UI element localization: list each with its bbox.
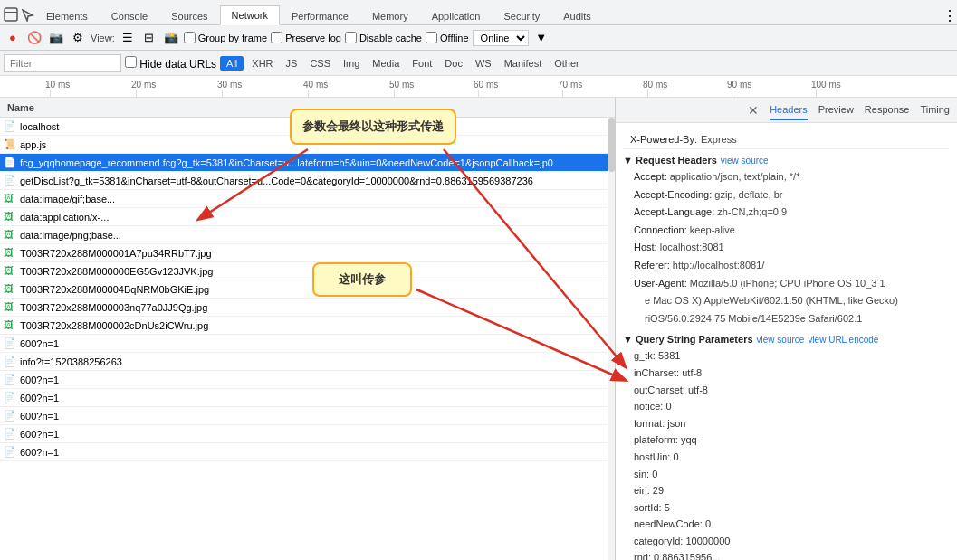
doc-icon: 📄 — [4, 120, 16, 133]
query-view-source-btn[interactable]: view source — [757, 335, 805, 345]
type-ws-btn[interactable]: WS — [471, 57, 496, 70]
offline-label[interactable]: Offline — [426, 32, 469, 43]
hide-data-urls-checkbox[interactable] — [125, 56, 137, 68]
tab-response[interactable]: Response — [865, 100, 910, 120]
view-label: View: — [91, 33, 115, 43]
list-item[interactable]: 📄 600?n=1 — [0, 389, 608, 407]
header-host: Host: localhost:8081 — [623, 240, 950, 256]
devtools-icon[interactable] — [4, 7, 18, 24]
list-item[interactable]: 🖼 T003R720x288M000003nq77a0JJ9Qg.jpg — [0, 299, 608, 317]
type-img-btn[interactable]: Img — [339, 57, 364, 70]
list-item[interactable]: 📄 info?t=1520388256263 — [0, 353, 608, 371]
record-button[interactable]: ● — [4, 29, 22, 47]
tab-memory[interactable]: Memory — [360, 6, 420, 25]
type-other-btn[interactable]: Other — [550, 57, 584, 70]
clear-button[interactable]: 🚫 — [25, 29, 43, 47]
img-icon: 🖼 — [4, 211, 16, 223]
header-accept: Accept: application/json, text/plain, */… — [623, 169, 950, 185]
type-media-btn[interactable]: Media — [368, 57, 404, 70]
view-list-icon[interactable]: ☰ — [119, 29, 137, 47]
list-item[interactable]: 📄 600?n=1 — [0, 425, 608, 443]
tab-elements[interactable]: Elements — [34, 6, 100, 25]
doc-icon: 📄 — [4, 410, 16, 422]
throttle-select[interactable]: Online — [473, 30, 529, 46]
hide-data-urls-label[interactable]: Hide data URLs — [125, 56, 216, 71]
disable-cache-checkbox[interactable] — [345, 32, 357, 43]
list-item[interactable]: 📄 600?n=1 — [0, 407, 608, 425]
tab-headers[interactable]: Headers — [770, 100, 808, 120]
list-item[interactable]: 🖼 T003R720x288M000001A7pu34RRbT7.jpg — [0, 244, 608, 262]
svg-rect-1 — [5, 12, 17, 13]
query-params-section: ▼ Query String Parameters view source vi… — [623, 334, 950, 345]
list-item[interactable]: 📜 app.js — [0, 136, 608, 154]
header-referer: Referer: http://localhost:8081/ — [623, 258, 950, 274]
img-icon: 🖼 — [4, 229, 16, 242]
list-item[interactable]: 🖼 data:image/gif;base... — [0, 190, 608, 208]
more-tabs-icon[interactable]: ⋮ — [943, 7, 957, 24]
tab-preview[interactable]: Preview — [818, 100, 854, 120]
details-panel: ✕ Headers Preview Response Timing X-Powe… — [616, 98, 957, 560]
list-scrollbar[interactable] — [608, 118, 615, 560]
type-js-btn[interactable]: JS — [282, 57, 302, 70]
filter-toggle[interactable]: ⚙ — [69, 29, 87, 47]
disable-cache-label[interactable]: Disable cache — [345, 32, 422, 43]
view-source-btn[interactable]: view source — [721, 156, 769, 166]
header-accept-encoding: Accept-Encoding: gzip, deflate, br — [623, 187, 950, 204]
list-item[interactable]: 🖼 T003R720x288M000000EG5Gv123JVK.jpg — [0, 262, 608, 280]
scrollbar-thumb[interactable] — [608, 118, 615, 172]
header-user-agent-cont: e Mac OS X) AppleWebKit/602.1.50 (KHTML,… — [623, 293, 950, 309]
tab-audits[interactable]: Audits — [551, 6, 603, 25]
filter-input[interactable] — [4, 54, 121, 72]
list-item-selected[interactable]: 📄 fcg_yqqhomepage_recommend.fcg?g_tk=538… — [0, 154, 608, 172]
throttle-down-icon[interactable]: ▼ — [532, 29, 550, 47]
inspect-icon[interactable] — [22, 9, 34, 24]
close-panel-button[interactable]: ✕ — [748, 103, 759, 118]
svg-rect-0 — [5, 8, 17, 21]
param-format: format: json — [623, 416, 950, 432]
list-item[interactable]: 📄 600?n=1 — [0, 335, 608, 353]
js-icon: 📜 — [4, 138, 16, 151]
type-font-btn[interactable]: Font — [407, 57, 436, 70]
powered-by-row: X-Powered-By: Express — [623, 130, 950, 149]
offline-checkbox[interactable] — [426, 32, 437, 43]
type-all-btn[interactable]: All — [220, 56, 244, 71]
network-list-body[interactable]: 📄 localhost 📜 app.js 📄 fcg_yqqhomepage_r… — [0, 118, 608, 560]
type-xhr-btn[interactable]: XHR — [247, 57, 277, 70]
tab-security[interactable]: Security — [492, 6, 551, 25]
list-item[interactable]: 🖼 T003R720x288M00004BqNRM0bGKiE.jpg — [0, 280, 608, 299]
tick-10ms: 10 ms — [45, 80, 70, 90]
list-item[interactable]: 📄 600?n=1 — [0, 443, 608, 461]
param-outcharset: outCharset: utf-8 — [623, 383, 950, 399]
view-large-icon[interactable]: ⊟ — [140, 29, 158, 47]
list-item[interactable]: 📄 localhost — [0, 118, 608, 136]
tick-50ms: 50 ms — [389, 80, 414, 90]
doc-icon: 📄 — [4, 392, 16, 404]
list-item[interactable]: 🖼 data:application/x-... — [0, 208, 608, 226]
tab-performance[interactable]: Performance — [280, 6, 360, 25]
preserve-log-checkbox[interactable] — [271, 32, 282, 43]
list-item[interactable]: 🖼 data:image/png;base... — [0, 226, 608, 244]
list-item[interactable]: 🖼 T003R720x288M000002cDnUs2iCWru.jpg — [0, 317, 608, 335]
list-header: Name — [0, 98, 615, 118]
type-doc-btn[interactable]: Doc — [440, 57, 467, 70]
tab-console[interactable]: Console — [100, 6, 159, 25]
tab-application[interactable]: Application — [420, 6, 493, 25]
tick-30ms: 30 ms — [217, 80, 242, 90]
group-by-frame-checkbox[interactable] — [184, 32, 196, 43]
list-item[interactable]: 📄 getDiscList?g_tk=5381&inCharset=utf-8&… — [0, 172, 608, 190]
img-icon: 🖼 — [4, 265, 16, 278]
tab-network[interactable]: Network — [220, 5, 280, 25]
view-screenshot-icon[interactable]: 📸 — [162, 29, 180, 47]
list-item[interactable]: 📄 600?n=1 — [0, 371, 608, 389]
query-view-url-encoded-btn[interactable]: view URL encode — [808, 335, 878, 345]
toolbar: ● 🚫 📷 ⚙ View: ☰ ⊟ 📸 Group by frame Prese… — [0, 25, 957, 51]
timeline: 10 ms 20 ms 30 ms 40 ms 50 ms 60 ms 70 m… — [0, 76, 957, 98]
camera-button[interactable]: 📷 — [47, 29, 65, 47]
type-css-btn[interactable]: CSS — [305, 57, 335, 70]
group-by-frame-label[interactable]: Group by frame — [184, 32, 267, 43]
preserve-log-label[interactable]: Preserve log — [271, 32, 341, 43]
tab-sources[interactable]: Sources — [159, 6, 219, 25]
tick-70ms: 70 ms — [558, 80, 582, 90]
tab-timing[interactable]: Timing — [920, 100, 950, 120]
type-manifest-btn[interactable]: Manifest — [500, 57, 547, 70]
